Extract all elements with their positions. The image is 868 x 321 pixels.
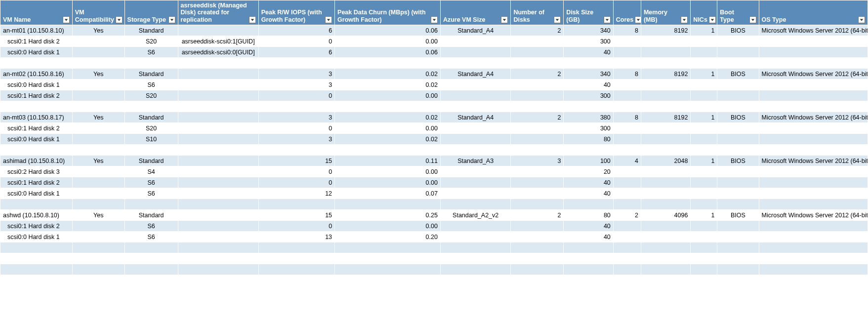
cell-storage_type[interactable]: S4 [124,166,178,177]
cell-disk_size[interactable]: 340 [564,25,613,36]
cell-memory[interactable] [641,232,690,242]
cell-storage_type[interactable]: S6 [124,80,178,90]
cell-vm_compat[interactable]: Yes [72,112,124,123]
filter-dropdown-icon[interactable] [554,16,561,23]
cell-cores[interactable] [613,188,641,199]
cell-disk_size[interactable]: 40 [564,221,613,232]
cell-vm_compat[interactable]: Yes [72,25,124,36]
cell-num_disks[interactable] [511,242,564,253]
cell-asrseed[interactable] [178,80,258,90]
cell-boot[interactable] [717,188,759,199]
cell-asrseed[interactable] [178,134,258,145]
cell-boot[interactable] [717,101,759,112]
cell-nics[interactable] [691,47,717,58]
cell-churn[interactable]: 0.25 [335,210,441,221]
cell-disk_size[interactable] [564,199,613,210]
cell-memory[interactable] [641,221,690,232]
cell-num_disks[interactable] [511,90,564,101]
cell-asrseed[interactable] [178,264,258,275]
cell-vm_name[interactable] [0,242,73,253]
cell-memory[interactable] [641,253,690,264]
cell-az_size[interactable] [440,58,511,69]
cell-vm_name[interactable] [0,58,73,69]
cell-vm_compat[interactable] [72,47,124,58]
cell-vm_compat[interactable] [72,90,124,101]
cell-storage_type[interactable]: S10 [124,134,178,145]
cell-cores[interactable] [613,264,641,275]
cell-boot[interactable] [717,36,759,47]
cell-iops[interactable]: 0 [258,221,334,232]
cell-churn[interactable] [335,199,441,210]
cell-os[interactable] [759,188,868,199]
cell-churn[interactable] [335,264,441,275]
cell-storage_type[interactable] [124,101,178,112]
cell-boot[interactable] [717,145,759,156]
cell-az_size[interactable] [440,253,511,264]
cell-asrseed[interactable] [178,221,258,232]
cell-iops[interactable]: 3 [258,112,334,123]
cell-asrseed[interactable] [178,242,258,253]
cell-num_disks[interactable]: 2 [511,112,564,123]
cell-os[interactable]: Microsoft Windows Server 2012 (64-bit) [759,156,868,166]
filter-dropdown-icon[interactable] [681,16,688,23]
cell-nics[interactable] [691,253,717,264]
cell-os[interactable] [759,166,868,177]
filter-dropdown-icon[interactable] [635,16,641,23]
cell-os[interactable] [759,221,868,232]
cell-memory[interactable] [641,145,690,156]
cell-memory[interactable] [641,166,690,177]
cell-cores[interactable] [613,123,641,134]
cell-vm_compat[interactable] [72,58,124,69]
cell-iops[interactable]: 3 [258,69,334,80]
cell-az_size[interactable]: Standard_A4 [440,112,511,123]
cell-vm_name[interactable] [0,101,73,112]
cell-churn[interactable] [335,101,441,112]
cell-disk_size[interactable]: 300 [564,36,613,47]
cell-boot[interactable] [717,232,759,242]
cell-storage_type[interactable]: S20 [124,90,178,101]
cell-az_size[interactable] [440,166,511,177]
cell-vm_name[interactable] [0,145,73,156]
cell-nics[interactable] [691,221,717,232]
filter-dropdown-icon[interactable] [168,16,175,23]
cell-disk_size[interactable]: 40 [564,188,613,199]
cell-churn[interactable]: 0.00 [335,36,441,47]
cell-churn[interactable]: 0.07 [335,188,441,199]
cell-num_disks[interactable] [511,134,564,145]
cell-cores[interactable]: 8 [613,112,641,123]
cell-memory[interactable] [641,80,690,90]
cell-storage_type[interactable] [124,58,178,69]
cell-nics[interactable]: 1 [691,210,717,221]
cell-vm_compat[interactable] [72,177,124,188]
cell-iops[interactable] [258,264,334,275]
cell-boot[interactable] [717,177,759,188]
cell-iops[interactable]: 15 [258,156,334,166]
cell-cores[interactable] [613,58,641,69]
cell-nics[interactable] [691,80,717,90]
cell-disk_size[interactable]: 300 [564,90,613,101]
cell-cores[interactable] [613,242,641,253]
cell-vm_name[interactable]: scsi0:1 Hard disk 2 [0,221,73,232]
cell-asrseed[interactable] [178,25,258,36]
cell-asrseed[interactable] [178,69,258,80]
cell-az_size[interactable]: Standard_A3 [440,156,511,166]
cell-disk_size[interactable] [564,264,613,275]
cell-nics[interactable] [691,264,717,275]
cell-vm_name[interactable]: scsi0:1 Hard disk 2 [0,123,73,134]
cell-disk_size[interactable] [564,253,613,264]
cell-az_size[interactable] [440,264,511,275]
cell-memory[interactable] [641,199,690,210]
cell-boot[interactable] [717,134,759,145]
filter-dropdown-icon[interactable] [63,16,70,23]
cell-cores[interactable]: 8 [613,25,641,36]
cell-boot[interactable] [717,80,759,90]
cell-az_size[interactable] [440,242,511,253]
cell-disk_size[interactable]: 340 [564,69,613,80]
cell-vm_compat[interactable] [72,232,124,242]
cell-churn[interactable]: 0.06 [335,25,441,36]
cell-disk_size[interactable]: 20 [564,166,613,177]
filter-dropdown-icon[interactable] [709,16,716,23]
cell-asrseed[interactable] [178,145,258,156]
cell-os[interactable] [759,232,868,242]
cell-os[interactable]: Microsoft Windows Server 2012 (64-bit) [759,112,868,123]
